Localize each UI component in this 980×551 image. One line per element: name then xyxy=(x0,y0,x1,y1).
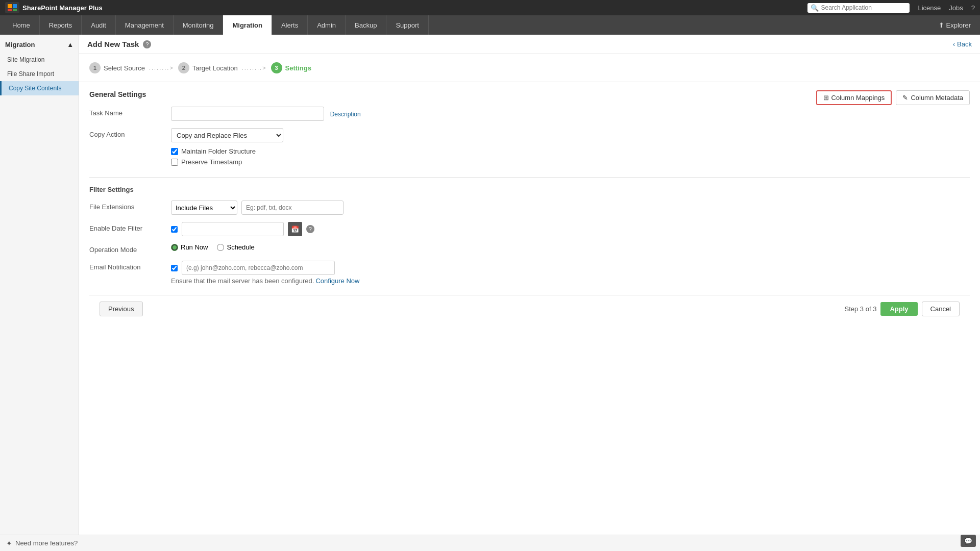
sidebar-item-site-migration[interactable]: Site Migration xyxy=(0,53,79,67)
maintain-folder-label: Maintain Folder Structure xyxy=(181,147,256,155)
tab-support[interactable]: Support xyxy=(386,15,429,35)
tab-backup[interactable]: Backup xyxy=(346,15,386,35)
sidebar: Migration ▲ Site Migration File Share Im… xyxy=(0,35,79,551)
date-filter-row: Enable Date Filter Oct 27 2022 - Oct 28 … xyxy=(89,222,970,236)
back-chevron-icon: ‹ xyxy=(953,40,955,48)
explorer-btn[interactable]: ⬆ Explorer xyxy=(933,21,977,29)
tab-monitoring[interactable]: Monitoring xyxy=(174,15,224,35)
calendar-icon: 📅 xyxy=(291,226,299,233)
column-mappings-button[interactable]: ⊞ Column Mappings xyxy=(816,90,892,105)
description-link[interactable]: Description xyxy=(330,111,361,118)
top-bar-right: 🔍 License Jobs ? xyxy=(807,3,975,13)
file-ext-label: File Extensions xyxy=(89,201,171,211)
file-ext-group: Include Files Exclude Files xyxy=(171,201,970,215)
search-input[interactable] xyxy=(821,4,902,11)
operation-mode-row: Operation Mode Run Now Schedule xyxy=(89,243,970,254)
app-title: SharePoint Manager Plus xyxy=(22,4,103,12)
back-button[interactable]: ‹ Back xyxy=(953,40,972,48)
file-ext-input[interactable] xyxy=(241,201,344,215)
step-1-label: Select Source xyxy=(104,64,145,72)
sidebar-item-file-share-import[interactable]: File Share Import xyxy=(0,67,79,81)
svg-rect-0 xyxy=(8,4,12,8)
tab-admin[interactable]: Admin xyxy=(308,15,346,35)
wizard-step-1: 1 Select Source xyxy=(89,62,145,73)
task-name-row: Task Name Description xyxy=(89,107,970,121)
help-link[interactable]: ? xyxy=(971,4,975,12)
search-icon: 🔍 xyxy=(811,4,819,12)
star-icon: ✦ xyxy=(6,539,12,547)
column-metadata-icon: ✎ xyxy=(902,94,908,102)
schedule-label: Schedule xyxy=(227,243,254,251)
bottom-bar: ✦ Need more features? xyxy=(0,535,980,551)
preserve-timestamp-row: Preserve Timestamp xyxy=(171,158,970,166)
step-2-label: Target Location xyxy=(192,64,238,72)
footer-right: Step 3 of 3 Apply Cancel xyxy=(845,302,960,316)
main-content: Add New Task ? ‹ Back 1 Select Source ..… xyxy=(79,35,980,551)
file-ext-select[interactable]: Include Files Exclude Files xyxy=(171,201,237,215)
license-link[interactable]: License xyxy=(918,4,941,12)
task-name-input[interactable] xyxy=(171,107,324,121)
bottom-bar-text: Need more features? xyxy=(15,539,78,547)
configure-now-link[interactable]: Configure Now xyxy=(315,277,359,285)
file-ext-row: File Extensions Include Files Exclude Fi… xyxy=(89,201,970,215)
preserve-timestamp-checkbox[interactable] xyxy=(171,159,178,166)
tab-migration[interactable]: Migration xyxy=(223,15,272,35)
nav-tabs: Home Reports Audit Management Monitoring… xyxy=(0,15,980,35)
copy-action-row: Copy Action Copy and Replace Files Copy … xyxy=(89,128,970,169)
tab-reports[interactable]: Reports xyxy=(40,15,82,35)
content-area: ⊞ Column Mappings ✎ Column Metadata Gene… xyxy=(79,82,980,331)
wizard-steps: 1 Select Source ........> 2 Target Locat… xyxy=(79,54,980,82)
operation-mode-group: Run Now Schedule xyxy=(171,243,970,251)
filter-settings-title: Filter Settings xyxy=(89,186,970,193)
section-divider xyxy=(89,177,970,178)
sidebar-chevron-icon: ▲ xyxy=(67,41,74,48)
search-box[interactable]: 🔍 xyxy=(807,3,910,13)
chat-button[interactable]: 💬 xyxy=(961,535,976,547)
tab-management[interactable]: Management xyxy=(116,15,174,35)
maintain-folder-checkbox[interactable] xyxy=(171,148,178,155)
step-indicator: Step 3 of 3 xyxy=(845,305,877,313)
app-logo: SharePoint Manager Plus xyxy=(5,2,103,13)
tab-home[interactable]: Home xyxy=(3,15,40,35)
page-help-icon[interactable]: ? xyxy=(143,40,151,48)
wizard-step-2: 2 Target Location xyxy=(178,62,238,73)
task-name-label: Task Name xyxy=(89,107,171,117)
date-filter-label: Enable Date Filter xyxy=(89,222,171,232)
run-now-radio[interactable] xyxy=(171,244,178,251)
date-range-input[interactable]: Oct 27 2022 - Oct 28 2022 xyxy=(182,222,284,236)
copy-action-select[interactable]: Copy and Replace Files Copy Only New Fil… xyxy=(171,128,283,142)
jobs-link[interactable]: Jobs xyxy=(949,4,963,12)
svg-rect-3 xyxy=(13,9,17,11)
email-input[interactable] xyxy=(182,261,335,275)
column-metadata-button[interactable]: ✎ Column Metadata xyxy=(896,90,970,105)
schedule-radio[interactable] xyxy=(217,244,224,251)
copy-action-wrapper: Copy and Replace Files Copy Only New Fil… xyxy=(171,128,970,142)
email-notif-checkbox[interactable] xyxy=(171,265,178,271)
tab-alerts[interactable]: Alerts xyxy=(272,15,308,35)
email-notif-control: Ensure that the mail server has been con… xyxy=(171,261,970,285)
sidebar-group-migration[interactable]: Migration ▲ xyxy=(0,37,79,53)
step-1-circle: 1 xyxy=(89,62,101,73)
copy-action-label: Copy Action xyxy=(89,128,171,138)
step-2-circle: 2 xyxy=(178,62,189,73)
step-dots-2: ........> xyxy=(242,65,267,71)
sidebar-item-copy-site-contents[interactable]: Copy Site Contents xyxy=(0,81,79,95)
date-filter-control: Oct 27 2022 - Oct 28 2022 📅 ? xyxy=(171,222,970,236)
svg-rect-1 xyxy=(13,4,17,8)
preserve-timestamp-label: Preserve Timestamp xyxy=(181,158,242,166)
date-filter-checkbox[interactable] xyxy=(171,226,178,233)
svg-rect-2 xyxy=(8,9,12,11)
email-notif-label: Email Notification xyxy=(89,261,171,271)
date-help-icon[interactable]: ? xyxy=(306,225,314,233)
page-footer: Previous Step 3 of 3 Apply Cancel xyxy=(89,295,970,322)
task-name-control: Description xyxy=(171,107,970,121)
cancel-button[interactable]: Cancel xyxy=(922,302,960,316)
maintain-folder-row: Maintain Folder Structure xyxy=(171,147,970,155)
tab-audit[interactable]: Audit xyxy=(82,15,116,35)
apply-button[interactable]: Apply xyxy=(880,302,917,316)
calendar-button[interactable]: 📅 xyxy=(288,222,302,236)
previous-button[interactable]: Previous xyxy=(100,302,143,316)
date-filter-group: Oct 27 2022 - Oct 28 2022 📅 ? xyxy=(171,222,970,236)
email-note: Ensure that the mail server has been con… xyxy=(171,277,970,285)
email-notif-row: Email Notification Ensure that the mail … xyxy=(89,261,970,285)
